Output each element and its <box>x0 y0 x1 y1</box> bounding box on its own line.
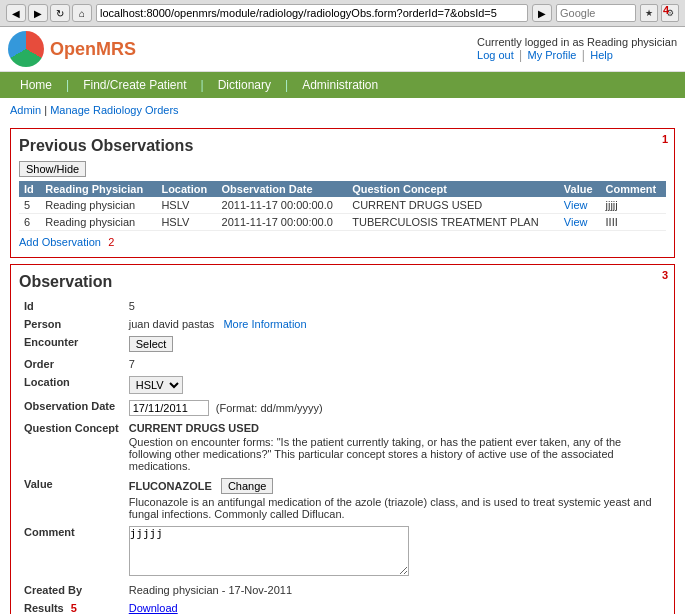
obs-location-value: HSLV <box>124 373 666 397</box>
search-input[interactable] <box>556 4 636 22</box>
change-value-button[interactable]: Change <box>221 478 274 494</box>
more-information-link[interactable]: More Information <box>223 318 306 330</box>
browser-nav-buttons: ◀ ▶ ↻ ⌂ <box>6 4 92 22</box>
obs-id-row: Id 5 <box>19 297 666 315</box>
obs-comment-label: Comment <box>19 523 124 581</box>
section-number-3: 3 <box>662 269 668 281</box>
obs-value-value: FLUCONAZOLE Change Fluconazole is an ant… <box>124 475 666 523</box>
obs-results-value: Download <box>124 599 666 614</box>
obs-concept-label: Question Concept <box>19 419 124 475</box>
nav-bar: Home | Find/Create Patient | Dictionary … <box>0 72 685 98</box>
go-button[interactable]: ▶ <box>532 4 552 22</box>
breadcrumb-manage[interactable]: Manage Radiology Orders <box>50 104 178 116</box>
col-value: Value <box>559 181 601 197</box>
results-number: 5 <box>71 602 77 614</box>
browser-icons: ★ ⚙ <box>640 4 679 22</box>
row1-concept: CURRENT DRUGS USED <box>347 197 559 214</box>
home-browser-button[interactable]: ⌂ <box>72 4 92 22</box>
obs-comment-row: Comment jjjjj <box>19 523 666 581</box>
my-profile-link[interactable]: My Profile <box>528 49 577 61</box>
add-observation-link[interactable]: Add Observation <box>19 236 101 248</box>
select-encounter-button[interactable]: Select <box>129 336 174 352</box>
star-icon[interactable]: ★ <box>640 4 658 22</box>
row2-concept: TUBERCULOSIS TREATMENT PLAN <box>347 214 559 231</box>
col-id: Id <box>19 181 40 197</box>
browser-chrome: ◀ ▶ ↻ ⌂ ▶ ★ ⚙ <box>0 0 685 27</box>
obs-results-label: Results 5 <box>19 599 124 614</box>
obs-id-value: 5 <box>124 297 666 315</box>
nav-home[interactable]: Home <box>8 76 64 94</box>
obs-date-value: (Format: dd/mm/yyyy) <box>124 397 666 419</box>
observation-section: 3 Observation Id 5 Person juan david pas… <box>10 264 675 614</box>
row1-physician: Reading physician <box>40 197 156 214</box>
obs-comment-value: jjjjj <box>124 523 666 581</box>
row1-value: View <box>559 197 601 214</box>
previous-observations-table: Id Reading Physician Location Observatio… <box>19 181 666 231</box>
obs-date-input[interactable] <box>129 400 209 416</box>
obs-value-label: Value <box>19 475 124 523</box>
col-physician: Reading Physician <box>40 181 156 197</box>
row1-comment: jjjjj <box>601 197 666 214</box>
obs-id-label: Id <box>19 297 124 315</box>
obs-person-label: Person <box>19 315 124 333</box>
comment-textarea[interactable]: jjjjj <box>129 526 409 576</box>
obs-date-row: Observation Date (Format: dd/mm/yyyy) <box>19 397 666 419</box>
col-location: Location <box>156 181 216 197</box>
obs-person-row: Person juan david pastas More Informatio… <box>19 315 666 333</box>
row2-view-link[interactable]: View <box>564 216 588 228</box>
section-number-1: 1 <box>662 133 668 145</box>
location-select[interactable]: HSLV <box>129 376 183 394</box>
row2-date: 2011-11-17 00:00:00.0 <box>217 214 348 231</box>
row1-date: 2011-11-17 00:00:00.0 <box>217 197 348 214</box>
breadcrumb: Admin | Manage Radiology Orders <box>0 98 685 122</box>
download-link[interactable]: Download <box>129 602 178 614</box>
concept-desc-text: Question on encounter forms: "Is the pat… <box>129 436 661 472</box>
obs-created-value: Reading physician - 17-Nov-2011 <box>124 581 666 599</box>
value-name-text: FLUCONAZOLE <box>129 480 212 492</box>
observation-form-table: Id 5 Person juan david pastas More Infor… <box>19 297 666 614</box>
obs-date-label: Observation Date <box>19 397 124 419</box>
header-links: Log out | My Profile | Help <box>477 48 677 62</box>
address-bar[interactable] <box>96 4 528 22</box>
obs-order-value: 7 <box>124 355 666 373</box>
obs-encounter-label: Encounter <box>19 333 124 355</box>
app-header: OpenMRS Currently logged in as Reading p… <box>0 27 685 72</box>
obs-created-label: Created By <box>19 581 124 599</box>
help-link[interactable]: Help <box>590 49 613 61</box>
logged-in-text: Currently logged in as Reading physician <box>477 36 677 48</box>
table-row: 5 Reading physician HSLV 2011-11-17 00:0… <box>19 197 666 214</box>
obs-created-row: Created By Reading physician - 17-Nov-20… <box>19 581 666 599</box>
table-row: 6 Reading physician HSLV 2011-11-17 00:0… <box>19 214 666 231</box>
obs-encounter-value: Select <box>124 333 666 355</box>
obs-order-label: Order <box>19 355 124 373</box>
logo-area: OpenMRS <box>8 31 136 67</box>
breadcrumb-admin[interactable]: Admin <box>10 104 41 116</box>
header-right: Currently logged in as Reading physician… <box>477 36 677 62</box>
obs-results-row: Results 5 Download <box>19 599 666 614</box>
show-hide-button[interactable]: Show/Hide <box>19 161 86 177</box>
previous-observations-section: 1 Previous Observations Show/Hide Id Rea… <box>10 128 675 258</box>
row2-value: View <box>559 214 601 231</box>
section-number-4: 4 <box>663 4 669 16</box>
obs-location-row: Location HSLV <box>19 373 666 397</box>
nav-dictionary[interactable]: Dictionary <box>206 76 283 94</box>
forward-button[interactable]: ▶ <box>28 4 48 22</box>
row2-physician: Reading physician <box>40 214 156 231</box>
previous-observations-title: Previous Observations <box>19 137 666 155</box>
nav-administration[interactable]: Administration <box>290 76 390 94</box>
refresh-button[interactable]: ↻ <box>50 4 70 22</box>
back-button[interactable]: ◀ <box>6 4 26 22</box>
add-observation-container: Add Observation 2 <box>19 235 114 249</box>
concept-name-text: CURRENT DRUGS USED <box>129 422 661 434</box>
obs-concept-value: CURRENT DRUGS USED Question on encounter… <box>124 419 666 475</box>
nav-find-create[interactable]: Find/Create Patient <box>71 76 198 94</box>
row2-id: 6 <box>19 214 40 231</box>
row1-location: HSLV <box>156 197 216 214</box>
col-concept: Question Concept <box>347 181 559 197</box>
logo-icon <box>8 31 44 67</box>
obs-order-row: Order 7 <box>19 355 666 373</box>
obs-date-format: (Format: dd/mm/yyyy) <box>216 402 323 414</box>
row1-id: 5 <box>19 197 40 214</box>
row1-view-link[interactable]: View <box>564 199 588 211</box>
logout-link[interactable]: Log out <box>477 49 514 61</box>
